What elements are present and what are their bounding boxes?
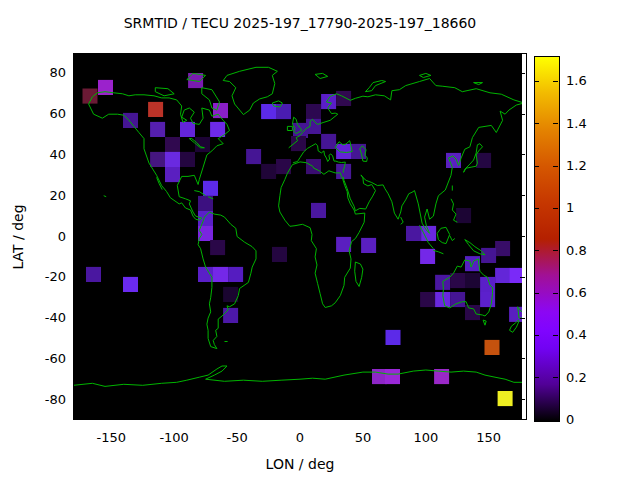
y-tick-label: -80: [18, 392, 66, 407]
colorbar-tick-mark: [534, 166, 539, 167]
right-border-tick: [520, 114, 525, 115]
right-border-tick: [520, 318, 525, 319]
colorbar-tick-mark: [553, 250, 558, 251]
colorbar-tick-label: 1.6: [566, 73, 606, 88]
colorbar-tick-mark: [553, 123, 558, 124]
y-tick-label: -20: [18, 269, 66, 284]
y-tick-label: 60: [18, 106, 66, 121]
colorbar-tick-mark: [553, 335, 558, 336]
x-tick-label: -150: [81, 430, 141, 445]
y-tick-label: 80: [18, 65, 66, 80]
colorbar-tick-mark: [553, 166, 558, 167]
colorbar-tick-label: 0.6: [566, 285, 606, 300]
right-border-tick: [520, 358, 525, 359]
colorbar-tick-label: 0.8: [566, 243, 606, 258]
x-tick-label: 0: [270, 430, 330, 445]
y-tick-label: -40: [18, 310, 66, 325]
gnuplot-window: SRMTID / TECU 2025-197_17790-2025-197_18…: [0, 0, 640, 480]
colorbar-tick-label: 1.4: [566, 116, 606, 131]
right-border-tick: [520, 236, 525, 237]
y-axis-label: LAT / deg: [10, 204, 26, 269]
colorbar-tick-mark: [534, 208, 539, 209]
colorbar-tick-mark: [553, 293, 558, 294]
colorbar-tick-mark: [553, 377, 558, 378]
right-border-tick: [520, 73, 525, 74]
right-border-tick: [520, 277, 525, 278]
y-tick-label: -60: [18, 351, 66, 366]
colorbar-tick-mark: [534, 250, 539, 251]
y-tick-label: 40: [18, 147, 66, 162]
colorbar-tick-mark: [553, 81, 558, 82]
colorbar-tick-mark: [534, 123, 539, 124]
colorbar-tick-mark: [553, 208, 558, 209]
right-border-tick: [520, 399, 525, 400]
colorbar: [534, 56, 560, 422]
colorbar-tick-mark: [534, 81, 539, 82]
colorbar-tick-mark: [534, 335, 539, 336]
x-tick-label: 150: [459, 430, 519, 445]
colorbar-tick-label: 0.2: [566, 370, 606, 385]
x-tick-label: -100: [144, 430, 204, 445]
plot-title: SRMTID / TECU 2025-197_17790-2025-197_18…: [73, 15, 527, 31]
x-tick-label: 50: [333, 430, 393, 445]
colorbar-tick-label: 1.2: [566, 158, 606, 173]
colorbar-tick-label: 1: [566, 200, 606, 215]
x-tick-label: -50: [207, 430, 267, 445]
colorbar-tick-mark: [534, 377, 539, 378]
x-tick-label: 100: [396, 430, 456, 445]
colorbar-tick-label: 0.4: [566, 327, 606, 342]
colorbar-tick-mark: [534, 293, 539, 294]
x-axis-label: LON / deg: [73, 456, 527, 472]
plot-border: [73, 53, 527, 420]
colorbar-tick-label: 0: [566, 412, 606, 427]
y-tick-label: 20: [18, 188, 66, 203]
right-border-tick: [520, 195, 525, 196]
right-border-tick: [520, 154, 525, 155]
